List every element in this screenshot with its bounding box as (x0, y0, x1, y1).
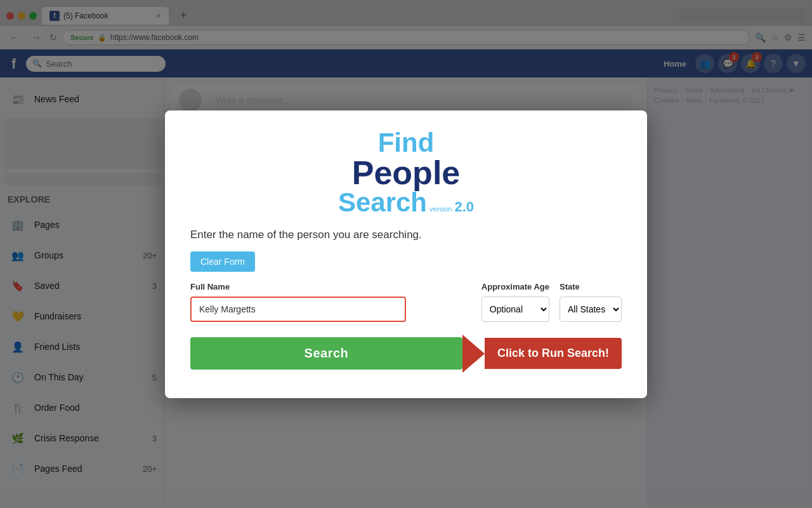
search-button[interactable]: Search (190, 337, 462, 370)
approximate-age-select[interactable]: Optional 18-25 26-35 36-45 46-55 56-65 6… (481, 297, 549, 322)
full-name-input[interactable] (190, 297, 406, 322)
state-select[interactable]: All States AL CA NY TX (560, 297, 622, 322)
fps-form: Full Name Approximate Age Optional 18-25… (190, 282, 622, 322)
state-field: State All States AL CA NY TX (560, 282, 622, 322)
fps-subtitle: Enter the name of the person you are sea… (190, 229, 622, 241)
approximate-age-field: Approximate Age Optional 18-25 26-35 36-… (481, 282, 549, 322)
fps-search-text: Search (338, 189, 427, 216)
fps-people-text: People (338, 156, 474, 189)
fps-version-label: version (429, 206, 452, 213)
cta-box[interactable]: Click to Run Search! (485, 338, 622, 369)
cta-arrow-triangle (462, 335, 485, 373)
find-people-search-modal: Find People Search version 2.0 Enter the… (165, 110, 647, 398)
fps-logo-text: Find People Search version 2.0 (338, 130, 474, 216)
full-name-label: Full Name (190, 282, 471, 291)
clear-form-button[interactable]: Clear Form (190, 251, 255, 272)
modal-overlay: Find People Search version 2.0 Enter the… (0, 0, 812, 508)
fps-version-number: 2.0 (454, 199, 474, 215)
state-label: State (560, 282, 622, 291)
cta-wrapper: Click to Run Search! (462, 335, 622, 373)
full-name-field: Full Name (190, 282, 471, 322)
fps-search-row: Search Click to Run Search! (190, 335, 622, 373)
fps-find-text: Find (338, 130, 474, 156)
approximate-age-label: Approximate Age (481, 282, 549, 291)
fps-logo: Find People Search version 2.0 (190, 130, 622, 216)
